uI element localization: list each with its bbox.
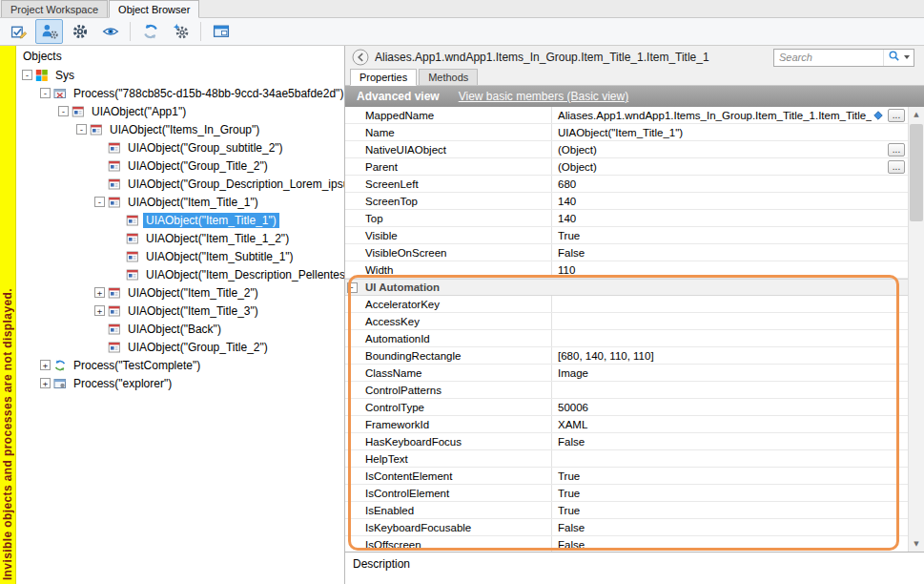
tree-item[interactable]: UIAObject("Group_subtitle_2"): [16, 138, 344, 156]
property-row[interactable]: ClassNameImage: [345, 365, 908, 382]
tree-item[interactable]: UIAObject("Group_Description_Lorem_ipsum…: [16, 175, 344, 193]
ellipsis-button[interactable]: ...: [888, 143, 905, 156]
tree-item[interactable]: -UIAObject("App1"): [16, 102, 344, 120]
collapse-box-icon[interactable]: -: [22, 70, 32, 80]
property-value[interactable]: (Object): [552, 161, 888, 173]
property-row[interactable]: VisibleOnScreenFalse: [345, 244, 908, 261]
property-value[interactable]: Image: [552, 367, 908, 379]
property-row[interactable]: IsKeyboardFocusableFalse: [345, 519, 908, 536]
scroll-up-icon[interactable]: ▲: [909, 107, 924, 122]
tab-methods[interactable]: Methods: [419, 69, 478, 85]
property-value[interactable]: 140: [552, 213, 908, 224]
tree-item[interactable]: -Sys: [16, 66, 344, 84]
scroll-thumb[interactable]: [910, 124, 923, 221]
expand-box-icon[interactable]: +: [40, 378, 51, 388]
property-row[interactable]: Top140: [345, 210, 908, 227]
back-button[interactable]: [352, 49, 369, 66]
property-row[interactable]: AcceleratorKey: [345, 296, 908, 313]
tab-properties[interactable]: Properties: [350, 69, 417, 86]
tree-item[interactable]: +Process("explorer"): [16, 374, 344, 392]
property-row[interactable]: HasKeyboardFocusFalse: [345, 433, 908, 450]
scroll-down-icon[interactable]: ▼: [909, 536, 924, 552]
collapse-box-icon[interactable]: -: [40, 88, 51, 98]
expand-box-icon[interactable]: +: [94, 305, 105, 316]
property-row[interactable]: ControlType50006: [345, 399, 908, 416]
basic-view-link[interactable]: View basic members (Basic view): [459, 90, 629, 103]
ellipsis-button[interactable]: ...: [888, 160, 905, 174]
property-value[interactable]: 50006: [552, 402, 908, 413]
property-value[interactable]: True: [552, 488, 908, 499]
property-value[interactable]: 680: [552, 178, 908, 190]
tree-item[interactable]: UIAObject("Item_Description_Pellentesque: [16, 265, 344, 283]
property-value[interactable]: [680, 140, 110, 110]: [552, 350, 908, 362]
property-value[interactable]: UIAObject("Item_Title_1"): [552, 127, 908, 138]
mapped-name-icon[interactable]: [872, 109, 885, 122]
property-row[interactable]: VisibleTrue: [345, 227, 908, 244]
tree-item[interactable]: +UIAObject("Item_Title_3"): [16, 302, 344, 320]
collapse-box-icon[interactable]: -: [94, 197, 105, 207]
tree-item[interactable]: UIAObject("Item_Title_1"): [16, 211, 344, 229]
tree-item[interactable]: +Process("TestComplete"): [16, 356, 344, 374]
property-value[interactable]: False: [552, 539, 908, 551]
property-value[interactable]: (Object): [552, 144, 888, 156]
tree-item[interactable]: UIAObject("Item_Title_1_2"): [16, 229, 344, 247]
property-row[interactable]: IsContentElementTrue: [345, 468, 908, 485]
property-value[interactable]: 110: [552, 264, 908, 276]
object-properties-gear-icon[interactable]: [167, 19, 195, 44]
property-row[interactable]: FrameworkIdXAML: [345, 416, 908, 433]
property-name: Width: [361, 261, 552, 278]
search-input[interactable]: Search: [773, 49, 914, 67]
tree-item[interactable]: UIAObject("Item_Subtitle_1"): [16, 247, 344, 265]
property-value[interactable]: Aliases.App1.wndApp1.Items_In_Group.Item…: [552, 110, 872, 121]
tab-project-workspace[interactable]: Project Workspace: [1, 0, 108, 17]
tree-item[interactable]: UIAObject("Group_Title_2"): [16, 338, 344, 356]
property-row[interactable]: BoundingRectangle[680, 140, 110, 110]: [345, 347, 908, 365]
tree-item[interactable]: -UIAObject("Item_Title_1"): [16, 193, 344, 211]
tree-item[interactable]: UIAObject("Group_Title_2"): [16, 156, 344, 175]
search-icon[interactable]: [888, 50, 900, 65]
visualizer-window-icon[interactable]: [207, 19, 235, 44]
collapse-box-icon[interactable]: -: [58, 106, 69, 116]
property-row[interactable]: ScreenLeft680: [345, 176, 908, 193]
property-row[interactable]: AccessKey: [345, 313, 908, 330]
tree-item[interactable]: +UIAObject("Item_Title_2"): [16, 283, 344, 302]
property-row[interactable]: Width110: [345, 261, 908, 279]
property-value[interactable]: XAML: [552, 419, 908, 430]
settings-gear-icon[interactable]: [66, 19, 93, 44]
grid-scrollbar[interactable]: ▲ ▼: [908, 107, 924, 552]
property-value[interactable]: False: [552, 522, 908, 533]
property-row[interactable]: IsControlElementTrue: [345, 485, 908, 502]
collapse-box-icon[interactable]: -: [347, 282, 358, 293]
property-row[interactable]: Parent(Object)...: [345, 158, 908, 176]
property-value[interactable]: 140: [552, 196, 908, 207]
collapse-box-icon[interactable]: -: [76, 124, 87, 135]
property-value[interactable]: False: [552, 247, 908, 259]
tree-item[interactable]: -UIAObject("Items_In_Group"): [16, 120, 344, 138]
property-name: AutomationId: [361, 330, 552, 346]
property-row[interactable]: ScreenTop140: [345, 193, 908, 210]
property-group-header[interactable]: -UI Automation: [345, 279, 908, 296]
property-value[interactable]: True: [552, 505, 908, 516]
property-row[interactable]: AutomationId: [345, 330, 908, 347]
expand-box-icon[interactable]: +: [94, 287, 105, 298]
tree-item[interactable]: -Process("788cb85c-d15b-48bb-9ccd-34ae5b…: [16, 84, 344, 102]
ellipsis-button[interactable]: ...: [888, 109, 905, 122]
object-spy-icon[interactable]: [35, 19, 63, 44]
property-row[interactable]: NameUIAObject("Item_Title_1"): [345, 124, 908, 141]
show-object-icon[interactable]: [96, 19, 124, 44]
highlight-object-icon[interactable]: [5, 19, 32, 44]
property-row[interactable]: IsOffscreenFalse: [345, 536, 908, 552]
property-value[interactable]: False: [552, 436, 908, 448]
search-dropdown-icon[interactable]: [904, 55, 910, 59]
expand-box-icon[interactable]: +: [40, 360, 51, 370]
property-row[interactable]: MappedNameAliases.App1.wndApp1.Items_In_…: [345, 107, 908, 124]
property-value[interactable]: True: [552, 470, 908, 482]
property-row[interactable]: ControlPatterns: [345, 382, 908, 399]
property-row[interactable]: NativeUIAObject(Object)...: [345, 141, 908, 158]
property-row[interactable]: IsEnabledTrue: [345, 502, 908, 519]
property-value[interactable]: True: [552, 230, 908, 241]
tree-item[interactable]: UIAObject("Back"): [16, 320, 344, 338]
property-row[interactable]: HelpText: [345, 450, 908, 468]
refresh-icon[interactable]: [136, 19, 164, 44]
tab-object-browser[interactable]: Object Browser: [109, 0, 199, 18]
